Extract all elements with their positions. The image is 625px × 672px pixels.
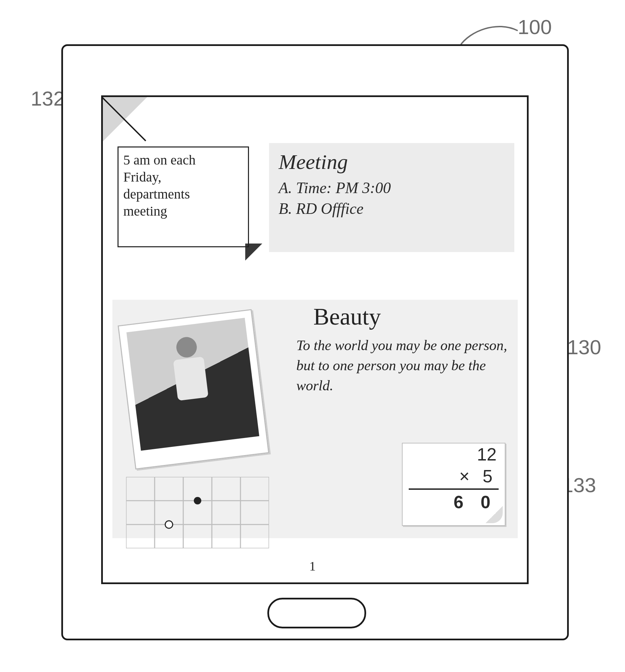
handwritten-note-dogear	[245, 244, 262, 261]
callout-device: 100	[518, 15, 552, 39]
home-button[interactable]	[267, 598, 366, 628]
math-rule	[409, 488, 499, 490]
person-head-shape	[175, 336, 198, 359]
math-operator: ×	[459, 466, 473, 486]
svg-point-10	[165, 521, 173, 528]
math-operand-b: 5	[483, 466, 497, 486]
meeting-card-line-a: A. Time: PM 3:00	[269, 177, 514, 198]
svg-point-11	[194, 497, 201, 504]
math-operand-a: 12	[403, 443, 505, 465]
callout-screen: 130	[567, 335, 601, 359]
meeting-card-line-b: B. RD Offfice	[269, 198, 514, 219]
math-operation-row: × 5	[403, 465, 505, 487]
polaroid-photo-image	[126, 318, 259, 451]
page-number: 1	[309, 559, 316, 574]
person-body-shape	[173, 357, 208, 401]
beauty-quote: To the world you may be one person, but …	[296, 335, 507, 395]
meeting-card-title: Meeting	[269, 143, 514, 177]
handwritten-note-text: 5 am on each Friday, departments meeting	[119, 147, 248, 224]
handwritten-note[interactable]: 5 am on each Friday, departments meeting	[118, 146, 249, 247]
math-note-curl	[486, 506, 503, 523]
polaroid-photo[interactable]	[118, 309, 269, 469]
grid-chart[interactable]	[126, 477, 269, 548]
diagram-stage: 100 132 130 133 5 am on each Friday, dep…	[0, 0, 625, 672]
math-note[interactable]: 12 × 5 6 0	[402, 443, 505, 526]
beauty-title: Beauty	[313, 303, 381, 330]
meeting-card[interactable]: Meeting A. Time: PM 3:00 B. RD Offfice	[269, 143, 514, 252]
callout-corner-fold: 132	[31, 87, 65, 110]
